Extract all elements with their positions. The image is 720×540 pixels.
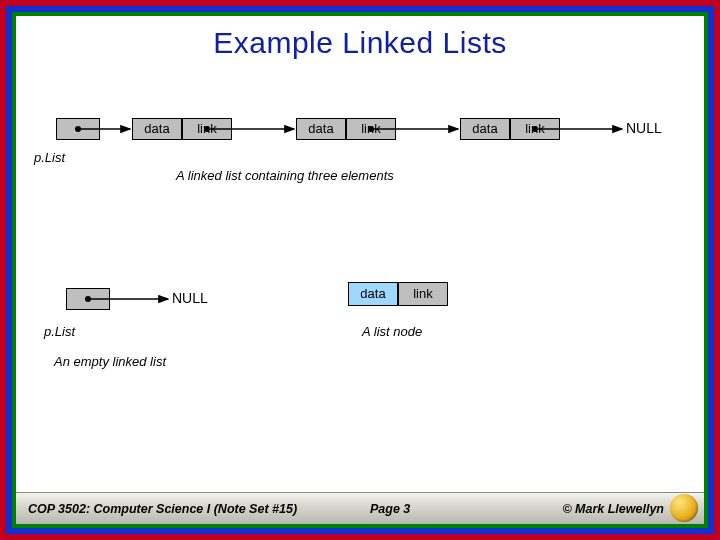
plist-label-1: p.List	[34, 150, 65, 165]
plist-label-2: p.List	[44, 324, 75, 339]
footer-bar: COP 3502: Computer Science I (Note Set #…	[16, 492, 704, 524]
slide-title: Example Linked Lists	[16, 16, 704, 60]
node3-data: data	[460, 118, 510, 140]
frame-outer: Example Linked Lists p.List data link da…	[0, 0, 720, 540]
footer-copyright: © Mark Llewellyn	[470, 502, 704, 516]
plist-pointer-1	[56, 118, 100, 140]
example-node-data: data	[348, 282, 398, 306]
null-terminal-1: NULL	[626, 120, 662, 136]
caption-node: A list node	[362, 324, 422, 339]
node3-link: link	[510, 118, 560, 140]
frame-mid: Example Linked Lists p.List data link da…	[6, 6, 714, 534]
node1-link: link	[182, 118, 232, 140]
caption-list2: An empty linked list	[54, 354, 166, 369]
ucf-seal-icon	[670, 494, 698, 522]
caption-list1: A linked list containing three elements	[176, 168, 394, 183]
example-node-link: link	[398, 282, 448, 306]
node1-data: data	[132, 118, 182, 140]
slide-content: Example Linked Lists p.List data link da…	[16, 16, 704, 524]
footer-page: Page 3	[311, 502, 470, 516]
diagram-area: p.List data link data link data link NUL…	[16, 76, 704, 484]
null-terminal-2: NULL	[172, 290, 208, 306]
node2-link: link	[346, 118, 396, 140]
frame-inner: Example Linked Lists p.List data link da…	[12, 12, 708, 528]
footer-course: COP 3502: Computer Science I (Note Set #…	[16, 502, 311, 516]
plist-pointer-2	[66, 288, 110, 310]
node2-data: data	[296, 118, 346, 140]
